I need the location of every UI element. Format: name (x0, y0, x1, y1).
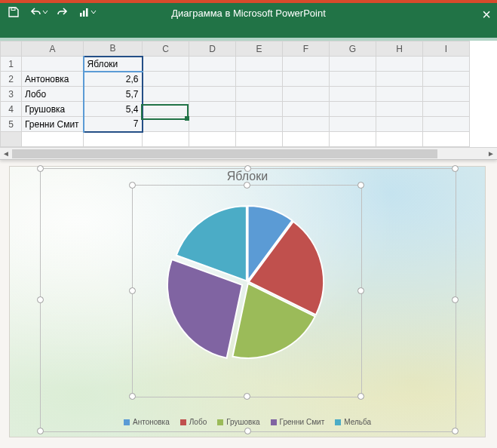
cell-C4[interactable] (143, 102, 189, 117)
cell-D4[interactable] (189, 102, 236, 117)
cell-F3[interactable] (283, 87, 330, 102)
cell-I3[interactable] (423, 87, 470, 102)
legend-label: Мельба (344, 418, 371, 426)
slide-area: Яблоки АнтоновкаЛобоГрушовкаГренни СмитМ… (0, 160, 497, 437)
cell-F5[interactable] (283, 117, 330, 132)
row-header-5[interactable]: 5 (1, 117, 22, 132)
cell-B5[interactable]: 7 (84, 117, 143, 132)
column-header-C[interactable]: C (143, 41, 189, 57)
spreadsheet-grid[interactable]: ABCDEFGHI 1Яблоки2Антоновка2,63Лобо5,74Г… (0, 38, 497, 159)
column-header-H[interactable]: H (376, 41, 423, 57)
redo-icon[interactable] (56, 6, 68, 18)
pie-chart[interactable] (165, 200, 330, 364)
cell-B2[interactable]: 2,6 (84, 72, 143, 87)
scroll-left-icon[interactable]: ◄ (0, 149, 12, 158)
legend-item-2[interactable]: Грушовка (217, 418, 259, 426)
column-header-A[interactable]: A (22, 41, 84, 57)
chart-legend[interactable]: АнтоновкаЛобоГрушовкаГренни СмитМельба (10, 418, 485, 426)
scroll-thumb[interactable] (12, 149, 437, 158)
cell-C1[interactable] (143, 57, 189, 72)
cell-G3[interactable] (330, 87, 376, 102)
legend-label: Грушовка (226, 418, 259, 426)
legend-item-3[interactable]: Гренни Смит (271, 418, 325, 426)
column-header-F[interactable]: F (283, 41, 330, 57)
cell-G4[interactable] (330, 102, 376, 117)
cell-G5[interactable] (330, 117, 376, 132)
horizontal-scrollbar[interactable]: ◄ ► (0, 147, 497, 159)
cell-B3[interactable]: 5,7 (84, 87, 143, 102)
cell-C5[interactable] (143, 117, 189, 132)
cell-I5[interactable] (423, 117, 470, 132)
selection-handle[interactable] (37, 296, 44, 303)
cell-H3[interactable] (376, 87, 423, 102)
legend-swatch-icon (271, 419, 277, 425)
undo-icon[interactable] (30, 6, 48, 18)
cell-F1[interactable] (283, 57, 330, 72)
cell-H1[interactable] (376, 57, 423, 72)
cell-A1[interactable] (22, 57, 84, 72)
cell-E4[interactable] (236, 102, 283, 117)
cell-D3[interactable] (189, 87, 236, 102)
cell-E2[interactable] (236, 72, 283, 87)
column-header-B[interactable]: B (84, 41, 143, 57)
cell-G2[interactable] (330, 72, 376, 87)
cell-B1[interactable]: Яблоки (84, 57, 143, 72)
cell-E5[interactable] (236, 117, 283, 132)
cell-F2[interactable] (283, 72, 330, 87)
selection-handle[interactable] (357, 393, 364, 400)
cell-E1[interactable] (236, 57, 283, 72)
row-header-2[interactable]: 2 (1, 72, 22, 87)
legend-item-0[interactable]: Антоновка (124, 418, 170, 426)
chart-options-icon[interactable] (78, 6, 97, 18)
cell-I2[interactable] (423, 72, 470, 87)
svg-rect-0 (11, 8, 15, 11)
cell-A3[interactable]: Лобо (22, 87, 84, 102)
cell-A2[interactable]: Антоновка (22, 72, 84, 87)
cell-D5[interactable] (189, 117, 236, 132)
cell-D2[interactable] (189, 72, 236, 87)
cell-F4[interactable] (283, 102, 330, 117)
selection-handle[interactable] (37, 428, 44, 434)
column-header-E[interactable]: E (236, 41, 283, 57)
legend-item-1[interactable]: Лобо (180, 418, 207, 426)
row-header-4[interactable]: 4 (1, 102, 22, 117)
select-all-corner[interactable] (1, 41, 22, 57)
slide-canvas[interactable]: Яблоки АнтоновкаЛобоГрушовкаГренни СмитМ… (9, 166, 486, 437)
selection-handle[interactable] (129, 287, 136, 294)
cell-A4[interactable]: Грушовка (22, 102, 84, 117)
selection-handle[interactable] (452, 428, 459, 434)
cell-D1[interactable] (189, 57, 236, 72)
legend-swatch-icon (124, 419, 130, 425)
cell-H4[interactable] (376, 102, 423, 117)
cell-I4[interactable] (423, 102, 470, 117)
column-header-D[interactable]: D (189, 41, 236, 57)
selection-handle[interactable] (244, 428, 251, 434)
selection-handle[interactable] (244, 393, 250, 400)
cell-C3[interactable] (143, 87, 189, 102)
row-header-3[interactable]: 3 (1, 87, 22, 102)
cell-B4[interactable]: 5,4 (84, 102, 143, 117)
close-icon[interactable]: × (482, 6, 491, 23)
save-icon[interactable] (8, 6, 20, 18)
selection-handle[interactable] (452, 296, 459, 303)
selection-handle[interactable] (357, 287, 364, 294)
cell-E3[interactable] (236, 87, 283, 102)
legend-label: Лобо (189, 418, 207, 426)
scroll-track[interactable] (12, 149, 485, 158)
row-header-1[interactable]: 1 (1, 57, 22, 72)
column-header-I[interactable]: I (423, 41, 470, 57)
titlebar: Диаграмма в Microsoft PowerPoint × (0, 0, 497, 38)
legend-item-4[interactable]: Мельба (335, 418, 371, 426)
cell-C2[interactable] (143, 72, 189, 87)
cell-H5[interactable] (376, 117, 423, 132)
selection-handle[interactable] (129, 393, 136, 400)
legend-label: Гренни Смит (280, 418, 325, 426)
cell-H2[interactable] (376, 72, 423, 87)
cell-G1[interactable] (330, 57, 376, 72)
cell-I1[interactable] (423, 57, 470, 72)
cell-A5[interactable]: Гренни Смит (22, 117, 84, 132)
column-header-G[interactable]: G (330, 41, 376, 57)
chart-title[interactable]: Яблоки (10, 170, 485, 183)
scroll-right-icon[interactable]: ► (485, 149, 497, 158)
svg-rect-1 (80, 13, 82, 17)
